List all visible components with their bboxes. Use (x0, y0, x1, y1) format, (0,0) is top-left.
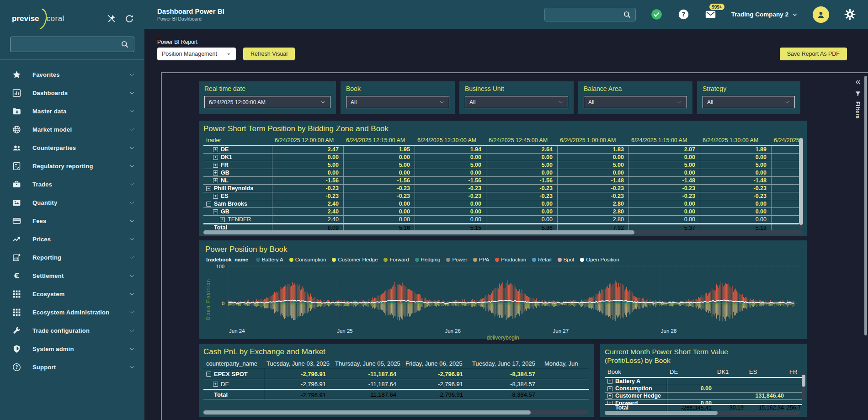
book-value-vertical-scrollbar[interactable] (802, 374, 805, 400)
legend-item-power[interactable]: Power (446, 257, 467, 262)
sidebar-item-ecosystem-administration[interactable]: Ecosystem Administration (0, 303, 144, 321)
sidebar-search[interactable] (10, 37, 134, 52)
filters-pane-collapsed[interactable]: Filters (854, 79, 862, 119)
sidebar-item-master-data[interactable]: Master data (0, 102, 144, 120)
expand-icon[interactable]: + (213, 147, 218, 152)
expand-icon[interactable]: + (213, 155, 218, 160)
table-row[interactable]: +FR5.005.005.005.005.005.005.00 (203, 161, 802, 169)
sidebar-item-support[interactable]: Support (0, 358, 144, 376)
sidebar-item-ecosystem[interactable]: Ecosystem (0, 285, 144, 303)
status-check-icon[interactable] (650, 8, 663, 21)
slicer-dropdown-real-time-date[interactable]: 6/24/2025 12:00:00 AM (204, 96, 330, 108)
table-row[interactable]: Total-2,796.91-11,187.64-2,796.91-8,384.… (203, 389, 589, 399)
user-avatar[interactable] (813, 6, 829, 23)
expand-icon[interactable]: + (220, 217, 225, 222)
notifications-button[interactable]: 999+ (704, 8, 717, 21)
sidebar-item-reporting[interactable]: Reporting (0, 248, 144, 266)
table-row[interactable]: +DE-2,796.91-11,187.64-2,796.91-8,384.57 (203, 379, 589, 389)
report-vertical-scrollbar[interactable] (864, 76, 867, 417)
collapse-icon[interactable]: − (206, 202, 211, 207)
book-value-title-line2: (Profit/Loss) by Book (605, 356, 802, 365)
table-row[interactable]: +DK10.000.000.000.000.000.000.00 (203, 154, 802, 161)
save-report-pdf-button[interactable]: Save Report As PDF (780, 48, 847, 60)
legend-item-battery-a[interactable]: Battery A (256, 257, 283, 262)
sidebar-item-trade-configuration[interactable]: Trade configuration (0, 321, 144, 340)
refresh-visual-button[interactable]: Refresh Visual (243, 48, 295, 60)
expand-filters-icon[interactable] (854, 79, 862, 86)
svg-text:Jun 24: Jun 24 (229, 328, 245, 334)
table-row[interactable]: +ES-0.23-0.23-0.23-0.23-0.23-0.23-0.23 (203, 192, 802, 200)
table-row[interactable]: Total-266,345.41-30.19-15,162.34256,7 (605, 404, 802, 411)
topbar-search[interactable] (544, 8, 636, 21)
sidebar-item-counterparties[interactable]: Counterparties (0, 138, 144, 157)
slicer-dropdown-strategy[interactable]: All (703, 96, 795, 108)
book-value-horizontal-scrollbar[interactable] (605, 411, 799, 415)
position-table-vertical-scrollbar[interactable] (799, 137, 803, 229)
topbar: Dashboard Power BI Power BI Dashboard 99… (144, 0, 868, 29)
sidebar-item-quantity[interactable]: Quantity (0, 193, 144, 212)
sidebar-item-trades[interactable]: Trades (0, 175, 144, 193)
sidebar-item-favorites[interactable]: Favorites (0, 65, 144, 84)
help-icon[interactable] (677, 8, 690, 21)
slicer-dropdown-balance-area[interactable]: All (584, 96, 687, 108)
expand-icon[interactable]: + (607, 386, 612, 391)
legend-item-customer-hedge[interactable]: Customer Hedge (332, 257, 378, 262)
sidebar-item-settlement[interactable]: Settlement (0, 266, 144, 285)
cash-pnl-horizontal-scrollbar[interactable] (203, 410, 588, 415)
expand-icon[interactable]: + (213, 170, 218, 175)
position-table-horizontal-scrollbar[interactable] (203, 230, 802, 234)
table-row[interactable]: +Battery A (605, 378, 802, 385)
table-row[interactable]: +Forward0.00 (605, 400, 802, 404)
table-row[interactable]: +Consumption0.00 (605, 385, 802, 393)
table-row[interactable]: +GB0.000.000.000.000.000.000.00 (203, 169, 802, 177)
legend-item-production[interactable]: Production (495, 257, 526, 262)
table-row[interactable]: −Phill Reynolds-0.23-0.23-0.23-0.23-0.23… (203, 185, 802, 192)
legend-item-open-position[interactable]: Open Position (580, 257, 619, 262)
legend-item-hedging[interactable]: Hedging (415, 257, 441, 262)
unpin-sidebar-icon[interactable] (106, 14, 116, 24)
expand-icon[interactable]: + (213, 163, 218, 168)
table-row[interactable]: −Sam Brooks2.400.000.000.002.800.000.00 (203, 200, 802, 208)
settings-gear-icon[interactable] (844, 8, 856, 21)
expand-icon[interactable]: + (607, 379, 612, 384)
powerbi-report-select[interactable]: Position Management (157, 48, 236, 60)
table-row[interactable]: +NL-1.56-1.56-1.56-1.56-1.48-1.48-1.48 (203, 177, 802, 185)
legend-item-forward[interactable]: Forward (383, 257, 409, 262)
expand-icon[interactable]: + (213, 178, 218, 183)
legend-item-ppa[interactable]: PPA (473, 257, 489, 262)
expand-icon[interactable]: + (607, 393, 612, 399)
collapse-icon[interactable]: − (206, 186, 211, 191)
table-row[interactable]: −EPEX SPOT-2,796.91-11,187.64-2,796.91-8… (203, 369, 589, 379)
table-row[interactable]: +TENDER2.400.000.000.002.800.000.00 (203, 216, 802, 223)
value-cell (667, 393, 714, 399)
slicer-dropdown-business-unit[interactable]: All (465, 96, 568, 108)
sidebar-search-input[interactable] (15, 41, 120, 48)
table-row[interactable]: +Customer Hedge131,846.40 (605, 393, 802, 400)
table-row[interactable]: +DE2.471.951.942.641.832.071.89 (203, 146, 802, 154)
power-position-chart[interactable]: 1000Jun 24Jun 25Jun 26Jun 27Jun 28 (213, 263, 798, 335)
sidebar-item-system-admin[interactable]: System admin (0, 340, 144, 358)
legend-item-consumption[interactable]: Consumption (289, 257, 326, 262)
expand-icon[interactable]: + (213, 382, 218, 387)
refresh-icon[interactable] (124, 14, 134, 24)
legend-item-retail[interactable]: Retail (532, 257, 551, 262)
value-cell: -1.56 (343, 177, 415, 184)
company-selector[interactable]: Trading Company 2 (731, 11, 798, 18)
sidebar-item-market-model[interactable]: Market model (0, 120, 144, 138)
position-table-panel: Power Short Term Position by Bidding Zon… (199, 121, 807, 236)
expand-icon[interactable]: + (213, 194, 218, 199)
sidebar-item-regulatory-reporting[interactable]: Regulatory reporting (0, 157, 144, 175)
collapse-icon[interactable]: − (213, 209, 218, 214)
slicer-dropdown-book[interactable]: All (346, 96, 449, 108)
sidebar-item-dashboards[interactable]: Dashboards (0, 84, 144, 102)
sidebar-item-prices[interactable]: Prices (0, 230, 144, 248)
expand-icon[interactable]: + (607, 401, 612, 404)
folder-user-icon (12, 106, 21, 116)
column-header: Monday, Jun (542, 359, 589, 369)
value-cell: 0.00 (486, 200, 557, 207)
collapse-icon[interactable]: − (206, 372, 211, 377)
topbar-search-input[interactable] (548, 11, 623, 18)
sidebar-item-fees[interactable]: Fees (0, 212, 144, 230)
table-row[interactable]: −GB2.400.000.000.002.800.000.00 (203, 208, 802, 216)
legend-item-spot[interactable]: Spot (558, 257, 575, 262)
